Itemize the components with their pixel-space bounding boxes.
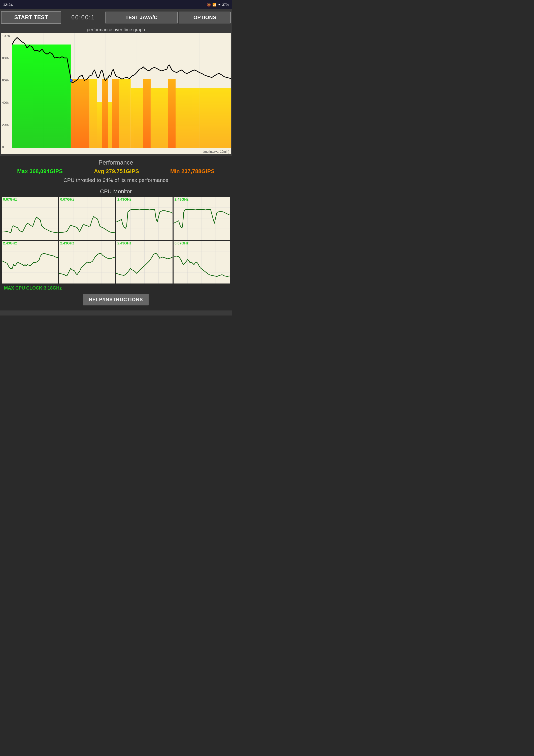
svg-rect-23 — [143, 79, 151, 148]
cpu-monitor-section: CPU Monitor 0.67GHz 0.67GHz — [0, 186, 232, 310]
toolbar: START TEST 60:00:1 TEST JAVA/C OPTIONS — [0, 9, 232, 26]
cpu-core-7: 2.43GHz — [116, 241, 172, 284]
svg-rect-14 — [12, 44, 71, 148]
throttle-text: CPU throttled to 64% of its max performa… — [2, 177, 230, 183]
cpu-core-1: 0.67GHz — [2, 197, 58, 240]
cpu-freq-5: 2.43GHz — [3, 241, 17, 245]
cpu-chart-6 — [59, 241, 115, 284]
max-cpu-label: MAX CPU CLOCK:3.18GHz — [2, 284, 230, 292]
svg-rect-20 — [112, 79, 119, 148]
svg-rect-24 — [151, 88, 168, 148]
performance-stats: Max 368,094GIPS Avg 279,751GIPS Min 237,… — [2, 168, 230, 175]
cpu-freq-6: 2.43GHz — [60, 241, 74, 245]
cpu-chart-1 — [2, 197, 58, 240]
cpu-monitor-title: CPU Monitor — [2, 188, 230, 195]
svg-rect-21 — [119, 79, 131, 148]
performance-title: Performance — [2, 159, 230, 166]
notification-icon: 🔕 — [207, 3, 211, 7]
svg-rect-25 — [168, 79, 176, 148]
svg-rect-27 — [199, 88, 231, 148]
bottom-bar — [0, 310, 232, 315]
stat-min: Min 237,788GIPS — [170, 168, 215, 175]
airplane-icon: ✈ — [218, 3, 221, 7]
graph-time-label: time(interval 10min) — [203, 150, 229, 153]
svg-point-28 — [70, 79, 72, 82]
graph-title: performance over time graph — [0, 26, 232, 33]
help-button[interactable]: HELP/INSTRUCTIONS — [83, 294, 149, 306]
svg-rect-17 — [97, 102, 102, 148]
options-button[interactable]: OPTIONS — [179, 12, 231, 23]
cpu-freq-1: 0.67GHz — [3, 197, 17, 202]
svg-rect-22 — [131, 88, 143, 148]
cpu-chart-5 — [2, 241, 58, 284]
status-icons: 🔕 📶 ✈ 37% — [207, 3, 229, 7]
cpu-core-8: 0.67GHz — [173, 241, 230, 284]
performance-section: Performance Max 368,094GIPS Avg 279,751G… — [0, 156, 232, 186]
status-bar: 12:24 🔕 📶 ✈ 37% — [0, 0, 232, 9]
cpu-core-6: 2.43GHz — [59, 241, 115, 284]
cpu-freq-8: 0.67GHz — [175, 241, 189, 245]
cpu-core-4: 2.43GHz — [173, 197, 230, 240]
cpu-grid: 0.67GHz 0.67GHz — [2, 197, 230, 284]
graph-container: 100% 80% 60% 40% 20% 0 — [1, 33, 231, 154]
graph-y-labels: 100% 80% 60% 40% 20% 0 — [1, 33, 12, 149]
stat-max: Max 368,094GIPS — [17, 168, 63, 175]
svg-rect-16 — [89, 79, 97, 148]
cpu-chart-3 — [116, 197, 172, 240]
stat-avg: Avg 279,751GIPS — [94, 168, 139, 175]
svg-rect-18 — [102, 79, 108, 148]
cpu-freq-2: 0.67GHz — [60, 197, 74, 202]
cpu-freq-7: 2.43GHz — [117, 241, 131, 245]
cpu-chart-7 — [116, 241, 172, 284]
cpu-chart-8 — [173, 241, 230, 284]
cpu-chart-2 — [59, 197, 115, 240]
timer-display: 60:00:1 — [62, 14, 104, 21]
cpu-core-3: 2.43GHz — [116, 197, 172, 240]
cpu-freq-3: 2.43GHz — [117, 197, 131, 202]
cpu-chart-4 — [173, 197, 230, 240]
battery-label: 37% — [222, 3, 229, 7]
svg-rect-19 — [108, 102, 112, 148]
status-time: 12:24 — [3, 3, 13, 7]
test-java-button[interactable]: TEST JAVA/C — [105, 12, 178, 23]
svg-rect-15 — [71, 79, 89, 148]
svg-rect-26 — [176, 88, 199, 148]
cpu-freq-4: 2.43GHz — [175, 197, 189, 202]
start-test-button[interactable]: START TEST — [1, 11, 61, 24]
wifi-icon: 📶 — [212, 3, 216, 7]
performance-graph — [12, 33, 231, 148]
cpu-core-2: 0.67GHz — [59, 197, 115, 240]
cpu-core-5: 2.43GHz — [2, 241, 58, 284]
graph-section: performance over time graph 100% 80% 60%… — [0, 26, 232, 156]
